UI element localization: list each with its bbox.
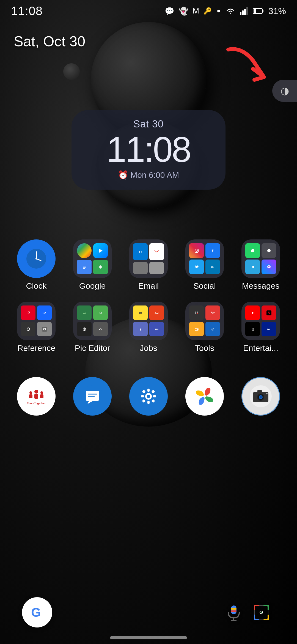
app-item-clock[interactable]: Clock [12,239,61,291]
dock: TraceTogether [0,377,297,416]
svg-point-72 [212,329,213,329]
app-item-entertainment[interactable]: N tt D+ Entertai... [236,302,285,353]
netflix-mini-icon: N [262,305,276,320]
link-mini-icon [37,322,52,336]
home-indicator[interactable] [110,636,187,639]
piceditor3-mini-icon [77,322,92,336]
social-folder-icon: f in [185,239,224,278]
tracetogether-icon: TraceTogether [17,377,56,416]
audio-mini-icon [205,305,220,320]
key-status-icon: 🔑 [204,7,212,15]
app-item-reference[interactable]: P Be Reference [12,302,61,353]
facebook-mini-icon: f [205,243,220,258]
svg-rect-99 [141,395,144,397]
svg-point-58 [155,329,156,330]
status-icons: 💬 👻 M 🔑 31% [165,6,286,16]
app-item-jobs[interactable]: m Jobs i Jobs [124,302,173,353]
svg-rect-83 [34,394,38,399]
svg-text:f: f [212,249,213,253]
svg-point-59 [156,329,157,330]
jobs-folder-icon: m Jobs i [129,302,168,340]
svg-rect-43 [82,311,87,315]
svg-point-60 [157,329,158,330]
google-mic-button[interactable] [220,599,248,626]
dock-item-settings[interactable] [124,377,173,416]
email-folder-icon: O [129,239,168,278]
dock-item-tracetogether[interactable]: TraceTogether [12,377,61,416]
svg-text:TraceTogether: TraceTogether [27,402,46,405]
svg-rect-69 [197,329,198,330]
svg-point-123 [261,612,262,613]
svg-text:in: in [211,266,214,269]
clock-widget-time: 11:08 [85,132,212,167]
reference-folder-icon: P Be [17,302,56,340]
status-time: 11:08 [11,4,43,18]
google-lens-button[interactable] [248,599,275,626]
tiktok-mini-icon: tt [245,322,260,336]
svg-rect-90 [86,391,99,401]
pinterest-mini-icon: P [21,305,35,320]
svg-rect-65 [197,313,198,314]
piceditor4-mini-icon [93,322,108,336]
dock-item-camera[interactable] [236,377,285,416]
google-search-button[interactable]: G [22,597,52,627]
svg-text:O: O [139,250,142,254]
clock-widget-alarm: ⏰ Mon 6:00 AM [85,170,212,180]
dot-mini-icon [262,243,276,258]
bottom-nav: G [0,597,297,627]
youtube-mini-icon [245,305,260,320]
outlook-mini-icon: O [133,243,148,260]
messenger-status-icon: 💬 [165,7,174,16]
wallet-mini-icon [189,322,204,336]
svg-point-82 [34,390,38,394]
telegram-mini-icon [245,260,260,274]
svg-rect-61 [194,311,199,315]
svg-point-11 [35,258,37,260]
battery-percent: 31% [268,6,286,16]
app-item-messages[interactable]: Messages [236,239,285,291]
svg-rect-40 [26,327,31,332]
date-display: Sat, Oct 30 [14,33,85,50]
instagram-mini-icon [189,243,204,258]
jobs-mini-icon: Jobs [149,305,164,320]
dock-item-photos[interactable] [180,377,229,416]
svg-text:N: N [268,311,270,315]
google-folder-icon [73,239,112,278]
chrome-mini-icon [77,243,92,258]
app-item-email[interactable]: O Email [124,239,173,291]
svg-text:tt: tt [252,328,254,331]
app-item-piceditor[interactable]: Pic Editor [68,302,117,353]
email4-mini-icon [149,262,164,274]
snapchat-status-icon: 👻 [179,7,188,16]
clock-icon [17,239,56,278]
svg-text:P: P [28,311,30,315]
cast-mini-icon [205,322,220,336]
messenger-mini-icon [262,260,276,274]
entertainment-folder-icon: N tt D+ [241,302,280,340]
svg-rect-87 [40,394,43,398]
photos-icon [185,377,224,416]
dock-item-sms[interactable] [68,377,117,416]
svg-rect-85 [29,394,32,398]
calc-mini-icon [189,305,204,320]
social-label: Social [193,281,216,291]
app-grid: Clock Google [0,239,297,364]
miro-mini-icon: m [133,305,148,320]
app-item-tools[interactable]: Tools [180,302,229,353]
play-mini-icon [93,243,108,258]
svg-rect-16 [83,268,85,269]
whatsapp-mini-icon [245,243,260,258]
behance-mini-icon: Be [37,305,52,320]
jobs-label: Jobs [140,343,157,353]
svg-point-96 [147,395,150,398]
svg-rect-63 [197,312,198,313]
app-item-google[interactable]: Google [68,239,117,291]
brightness-icon: ◑ [280,85,289,97]
svg-text:D+: D+ [267,328,270,331]
app-item-social[interactable]: f in Social [180,239,229,291]
tools-folder-icon [185,302,224,340]
svg-rect-6 [254,9,256,13]
svg-rect-0 [240,12,241,15]
svg-rect-100 [153,395,156,397]
svg-text:Jobs: Jobs [155,312,159,315]
